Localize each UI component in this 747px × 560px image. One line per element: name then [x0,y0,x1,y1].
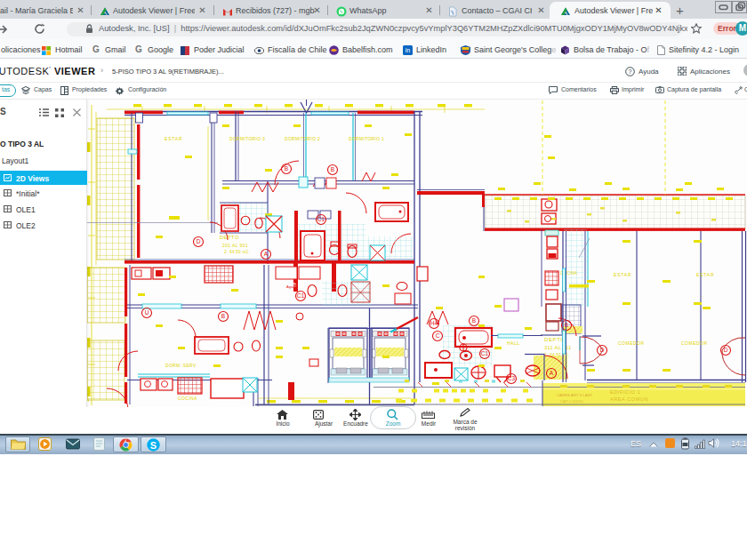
svg-text:C1: C1 [481,350,489,356]
svg-text:B: B [472,317,476,324]
svg-text:CARRE ART 4 LAST: CARRE ART 4 LAST [557,393,593,397]
svg-text:AG: AG [293,283,296,287]
svg-text:A: A [264,251,269,257]
svg-text:B: B [221,313,225,319]
svg-text:DEPTO: DEPTO [220,235,239,240]
svg-text:C1: C1 [317,216,325,222]
svg-text:C3: C3 [508,375,516,381]
svg-text:DORM. SERV: DORM. SERV [165,363,197,368]
svg-text:S: S [150,439,157,450]
svg-text:?: ? [629,68,632,75]
svg-text:DORMITORIO 2: DORMITORIO 2 [285,136,320,141]
svg-text:COCINA: COCINA [178,396,197,401]
svg-text:DEPTO: DEPTO [544,337,566,342]
svg-text:ESTAR: ESTAR [696,272,714,277]
svg-text:U: U [145,309,149,316]
svg-text:in: in [406,47,411,53]
svg-text:COMEDOR: COMEDOR [618,340,645,346]
svg-text:A: A [550,370,554,376]
svg-text:C1: C1 [297,292,305,299]
svg-text:DORMITORIO 1: DORMITORIO 1 [349,136,384,141]
svg-text:D: D [600,347,605,353]
svg-text:D: D [724,347,728,353]
svg-text:B: B [565,322,568,328]
svg-text:ESTAR: ESTAR [614,272,631,277]
svg-text:D: D [197,238,201,244]
svg-text:EDIFICIO 1: EDIFICIO 1 [610,389,640,395]
svg-text:2- 64.50 m2.: 2- 64.50 m2. [224,250,250,254]
svg-text:HALL: HALL [507,340,520,346]
svg-text:CAP 0.63025: CAP 0.63025 [560,399,583,404]
svg-text:COMEDOR: COMEDOR [681,340,708,346]
svg-text:B: B [331,166,334,172]
svg-text:H4: H4 [430,320,438,326]
svg-text:201 AL 901: 201 AL 901 [222,243,248,248]
svg-text:ESTAR: ESTAR [165,136,182,141]
svg-text:AREA COMUN: AREA COMUN [610,396,648,402]
svg-text:311 AL 911: 311 AL 911 [544,345,572,350]
svg-text:B: B [285,165,288,172]
svg-text:C: C [436,332,440,339]
svg-text:DORMITORIO 3: DORMITORIO 3 [229,136,265,141]
